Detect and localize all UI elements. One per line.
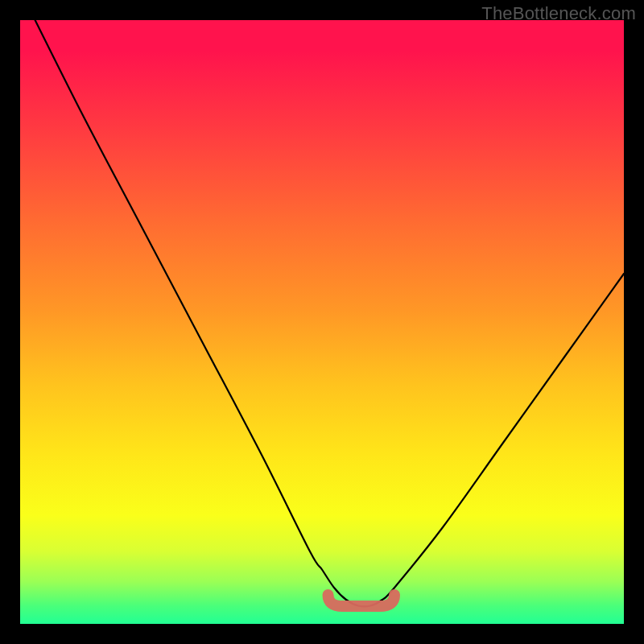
optimal-band-marker <box>328 595 395 606</box>
watermark-text: TheBottleneck.com <box>481 3 636 24</box>
bottleneck-curve-path <box>20 20 624 606</box>
chart-frame: TheBottleneck.com <box>0 0 644 644</box>
plot-area <box>20 20 624 624</box>
curve-layer <box>20 20 624 624</box>
